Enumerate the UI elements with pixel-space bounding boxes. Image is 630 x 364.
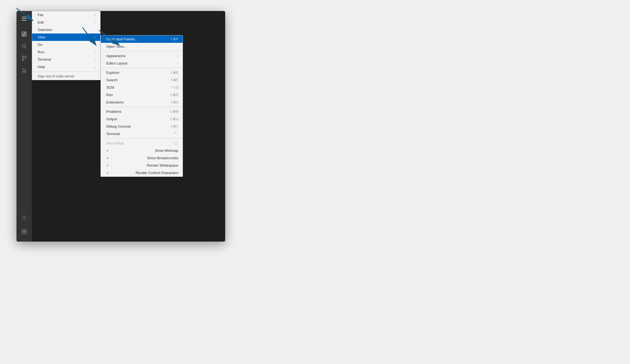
svg-line-8 [25, 47, 26, 48]
menu-item-show-minimap[interactable]: ✓ Show Minimap [101, 147, 183, 154]
svg-rect-6 [22, 35, 24, 36]
vscode-window: File › Edit › Selection View › Go › Run … [16, 11, 225, 242]
control-chars-check-icon: ✓ [106, 171, 111, 175]
minimap-check-icon: ✓ [106, 149, 111, 153]
view-separator-4 [101, 138, 183, 139]
file-chevron-icon: › [95, 13, 96, 17]
whitespace-check-icon: ✓ [106, 164, 111, 167]
menu-item-terminal[interactable]: Terminal › [32, 56, 100, 63]
svg-rect-20 [24, 232, 26, 234]
svg-rect-19 [22, 232, 24, 234]
menu-item-word-wrap[interactable]: Word Wrap ⌥Z [101, 139, 183, 147]
breadcrumbs-check-icon: ✓ [106, 156, 111, 160]
search-sidebar-icon[interactable] [19, 41, 30, 52]
main-menu-dropdown: File › Edit › Selection View › Go › Run … [32, 11, 101, 80]
svg-rect-0 [22, 17, 27, 17]
terminal-chevron-icon: › [95, 58, 96, 61]
svg-rect-1 [22, 18, 27, 19]
help-chevron-icon: › [95, 65, 96, 69]
svg-point-15 [25, 72, 26, 73]
svg-point-11 [25, 56, 26, 57]
explorer-icon[interactable] [19, 29, 30, 40]
run-debug-icon[interactable] [19, 65, 30, 76]
svg-rect-3 [22, 32, 24, 34]
view-separator-1 [101, 51, 183, 51]
run-chevron-icon: › [95, 51, 96, 54]
extensions-icon[interactable] [19, 226, 30, 237]
view-separator-3 [101, 107, 183, 107]
menu-item-view[interactable]: View › [32, 33, 100, 41]
view-submenu: Command Palette... ⇧⌘P Open View... Appe… [101, 35, 183, 177]
source-control-icon[interactable] [19, 53, 30, 64]
menu-item-output[interactable]: Output ⇧⌘U [101, 115, 183, 123]
editor-layout-chevron-icon: › [177, 62, 178, 65]
svg-rect-4 [24, 32, 26, 33]
menu-item-scm[interactable]: SCM ^⇧G [101, 84, 183, 91]
menu-item-render-control-chars[interactable]: ✓ Render Control Characters [101, 169, 183, 177]
settings-gear-icon[interactable] [19, 212, 30, 223]
menu-item-open-view[interactable]: Open View... [101, 43, 183, 50]
menu-item-run[interactable]: Run › [32, 48, 100, 56]
appearance-chevron-icon: › [177, 54, 178, 58]
menu-separator-1 [32, 71, 100, 72]
svg-rect-17 [22, 229, 24, 231]
svg-rect-2 [22, 20, 27, 21]
menu-item-show-breadcrumbs[interactable]: ✓ Show Breadcrumbs [101, 154, 183, 162]
menu-item-file[interactable]: File › [32, 11, 100, 19]
menu-item-search-view[interactable]: Search ⇧⌘F [101, 76, 183, 84]
view-separator-2 [101, 68, 183, 68]
menu-item-explorer-view[interactable]: Explorer ⇧⌘E [101, 69, 183, 76]
menu-item-extensions-view[interactable]: Extensions ⇧⌘X [101, 99, 183, 106]
menu-item-editor-layout[interactable]: Editor Layout › [101, 60, 183, 67]
menu-item-problems[interactable]: Problems ⇧⌘M [101, 108, 183, 115]
menu-item-terminal-view[interactable]: Terminal ^` [101, 130, 183, 138]
menu-item-sign-out[interactable]: Sign out of code-server [32, 72, 100, 80]
view-chevron-icon: › [95, 36, 96, 39]
menu-item-debug-console[interactable]: Debug Console ⇧⌘Y [101, 123, 183, 130]
svg-point-16 [23, 217, 25, 218]
menu-item-help[interactable]: Help › [32, 63, 100, 71]
svg-point-10 [22, 59, 24, 61]
menu-item-render-whitespace[interactable]: ✓ Render Whitespace [101, 162, 183, 169]
go-chevron-icon: › [95, 43, 96, 46]
menu-item-edit[interactable]: Edit › [32, 19, 100, 26]
svg-rect-18 [24, 229, 26, 231]
svg-point-7 [22, 44, 25, 47]
svg-point-9 [22, 56, 24, 57]
menu-item-selection[interactable]: Selection [32, 26, 100, 33]
activity-bar [16, 11, 32, 242]
menu-item-run-view[interactable]: Run ⇧⌘D [101, 91, 183, 99]
menu-item-go[interactable]: Go › [32, 41, 100, 48]
hamburger-menu-icon[interactable] [19, 13, 30, 24]
menu-item-appearance[interactable]: Appearance › [101, 52, 183, 60]
menu-item-command-palette[interactable]: Command Palette... ⇧⌘P [101, 35, 183, 43]
edit-chevron-icon: › [95, 21, 96, 24]
svg-rect-5 [24, 34, 26, 36]
